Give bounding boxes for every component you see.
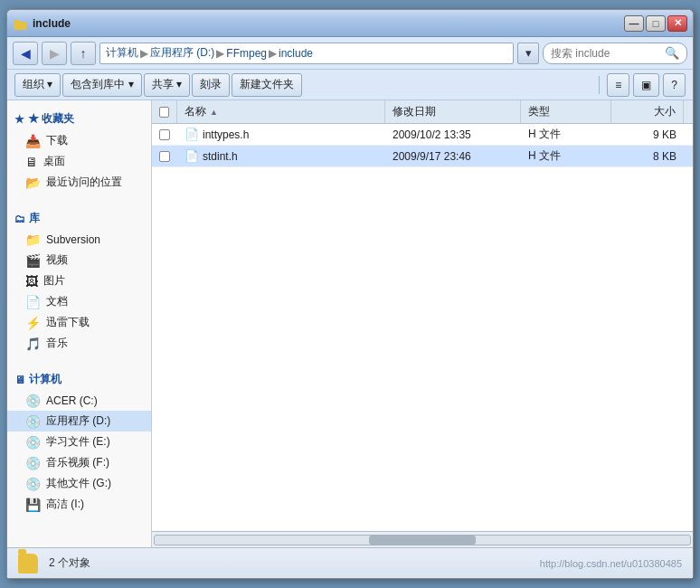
sidebar-item-gaojie[interactable]: 💾 高洁 (I:) xyxy=(7,494,151,515)
share-button[interactable]: 共享 ▾ xyxy=(144,73,190,97)
library-label: 库 xyxy=(29,211,40,226)
media-icon: 💿 xyxy=(25,456,41,470)
recent-icon: 📂 xyxy=(25,175,41,190)
window-controls: — □ ✕ xyxy=(624,15,687,32)
sidebar-item-music[interactable]: 🎵 音乐 xyxy=(7,333,151,354)
window-title: include xyxy=(33,17,624,30)
sidebar-section-computer: 🖥 计算机 💿 ACER (C:) 💿 应用程序 (D:) 💿 学习文件 (E:… xyxy=(7,368,151,515)
minimize-button[interactable]: — xyxy=(624,15,644,32)
table-row[interactable]: 📄 inttypes.h 2009/10/2 13:35 H 文件 9 KB xyxy=(152,124,693,146)
path-segment-d[interactable]: 应用程序 (D:) xyxy=(150,45,214,61)
path-separator: ▶ xyxy=(140,47,148,60)
status-folder-icon xyxy=(18,554,38,574)
organize-button[interactable]: 组织 ▾ xyxy=(14,73,61,97)
pane-button[interactable]: ▣ xyxy=(633,73,659,97)
sidebar-item-media[interactable]: 💿 音乐视频 (F:) xyxy=(7,452,151,473)
toolbar-right: ≡ ▣ ? xyxy=(595,73,686,97)
file-type-cell: H 文件 xyxy=(521,127,611,142)
sidebar-header-favorites[interactable]: ★ ★ 收藏夹 xyxy=(7,108,151,130)
path-segment-include[interactable]: include xyxy=(279,47,313,60)
computer-icon: 🖥 xyxy=(14,374,25,386)
table-row[interactable]: 📄 stdint.h 2009/9/17 23:46 H 文件 8 KB xyxy=(152,146,693,167)
file-type-cell: H 文件 xyxy=(521,148,611,164)
downloads-icon: 📥 xyxy=(25,134,41,148)
library-icon: 🗂 xyxy=(14,213,25,225)
file-list-header: 名称 ▲ 修改日期 类型 大小 xyxy=(152,100,693,124)
sidebar-item-subversion[interactable]: 📁 Subversion xyxy=(7,230,151,250)
acer-label: ACER (C:) xyxy=(46,394,98,407)
sidebar-item-downloads[interactable]: 📥 下载 xyxy=(7,130,151,151)
view-button[interactable]: ≡ xyxy=(607,73,629,97)
sidebar-item-video[interactable]: 🎬 视频 xyxy=(7,250,151,270)
status-bar: 2 个对象 http://blog.csdn.net/u010380485 xyxy=(7,547,693,578)
acer-icon: 💿 xyxy=(25,394,41,408)
video-label: 视频 xyxy=(46,252,68,268)
sidebar-item-apps[interactable]: 💿 应用程序 (D:) xyxy=(7,411,151,432)
sidebar-section-library: 🗂 库 📁 Subversion 🎬 视频 🖼 图片 📄 文档 xyxy=(7,207,151,354)
sidebar-header-computer[interactable]: 🖥 计算机 xyxy=(7,368,151,391)
type-column-header[interactable]: 类型 xyxy=(521,100,611,123)
pictures-label: 图片 xyxy=(43,273,65,289)
file-name-cell: 📄 inttypes.h xyxy=(177,128,385,141)
date-column-header[interactable]: 修改日期 xyxy=(385,100,521,123)
row-checkbox[interactable] xyxy=(152,129,177,140)
apps-label: 应用程序 (D:) xyxy=(46,413,110,429)
music-label: 音乐 xyxy=(46,336,68,351)
video-icon: 🎬 xyxy=(25,253,41,268)
documents-icon: 📄 xyxy=(25,295,41,309)
h-file-icon: 📄 xyxy=(184,128,199,141)
size-column-header[interactable]: 大小 xyxy=(611,100,684,123)
subversion-icon: 📁 xyxy=(25,232,41,247)
name-column-header[interactable]: 名称 ▲ xyxy=(177,100,385,123)
check-column-header[interactable] xyxy=(152,100,177,123)
desktop-label: 桌面 xyxy=(43,154,65,169)
up-button[interactable]: ↑ xyxy=(71,42,96,65)
help-button[interactable]: ? xyxy=(663,73,686,97)
favorites-label: ★ 收藏夹 xyxy=(28,111,74,127)
hscroll-track xyxy=(154,535,691,545)
sidebar-item-recent[interactable]: 📂 最近访问的位置 xyxy=(7,172,151,193)
include-library-button[interactable]: 包含到库中 ▾ xyxy=(62,73,141,97)
media-label: 音乐视频 (F:) xyxy=(46,455,109,470)
title-bar: include — □ ✕ xyxy=(7,10,693,37)
sidebar-header-library[interactable]: 🗂 库 xyxy=(7,207,151,230)
window-icon xyxy=(13,16,27,31)
address-path[interactable]: 计算机 ▶ 应用程序 (D:) ▶ FFmpeg ▶ include xyxy=(99,43,514,64)
burn-button[interactable]: 刻录 xyxy=(192,73,230,97)
sidebar-item-acer[interactable]: 💿 ACER (C:) xyxy=(7,391,151,411)
sidebar-item-pictures[interactable]: 🖼 图片 xyxy=(7,270,151,291)
file-rows: 📄 inttypes.h 2009/10/2 13:35 H 文件 9 KB 📄… xyxy=(152,124,693,531)
new-folder-button[interactable]: 新建文件夹 xyxy=(232,73,302,97)
horizontal-scrollbar[interactable] xyxy=(152,531,693,547)
back-button[interactable]: ◀ xyxy=(13,42,38,65)
hscroll-thumb[interactable] xyxy=(369,536,476,545)
sidebar: ★ ★ 收藏夹 📥 下载 🖥 桌面 📂 最近访问的位置 xyxy=(7,100,152,547)
gaojie-icon: 💾 xyxy=(25,498,41,512)
subversion-label: Subversion xyxy=(46,233,100,246)
window: include — □ ✕ ◀ ▶ ↑ 计算机 ▶ 应用程序 (D:) ▶ FF… xyxy=(6,9,694,579)
toolbar-separator xyxy=(599,76,600,94)
maximize-button[interactable]: □ xyxy=(646,15,666,32)
toolbar: 组织 ▾ 包含到库中 ▾ 共享 ▾ 刻录 新建文件夹 ≡ ▣ ? xyxy=(7,70,693,100)
sidebar-item-xunlei[interactable]: ⚡ 迅雷下载 xyxy=(7,312,151,333)
select-all-checkbox[interactable] xyxy=(159,107,169,118)
sort-arrow-icon: ▲ xyxy=(210,108,218,117)
file-size-cell: 9 KB xyxy=(611,128,684,141)
sidebar-item-other[interactable]: 💿 其他文件 (G:) xyxy=(7,473,151,494)
downloads-label: 下载 xyxy=(46,133,68,148)
path-dropdown-button[interactable]: ▾ xyxy=(517,43,539,64)
search-input[interactable] xyxy=(551,47,661,60)
sidebar-item-documents[interactable]: 📄 文档 xyxy=(7,291,151,312)
forward-button[interactable]: ▶ xyxy=(42,42,67,65)
close-button[interactable]: ✕ xyxy=(667,15,687,32)
h-file-icon: 📄 xyxy=(184,149,199,163)
path-segment-ffmpeg[interactable]: FFmpeg xyxy=(226,47,267,60)
desktop-icon: 🖥 xyxy=(25,155,38,169)
path-segment-computer[interactable]: 计算机 xyxy=(106,45,138,61)
sidebar-item-study[interactable]: 💿 学习文件 (E:) xyxy=(7,432,151,452)
study-icon: 💿 xyxy=(25,435,41,450)
sidebar-item-desktop[interactable]: 🖥 桌面 xyxy=(7,151,151,172)
file-size-cell: 8 KB xyxy=(611,150,684,163)
status-count: 2 个对象 xyxy=(49,555,90,571)
row-checkbox[interactable] xyxy=(152,151,177,162)
